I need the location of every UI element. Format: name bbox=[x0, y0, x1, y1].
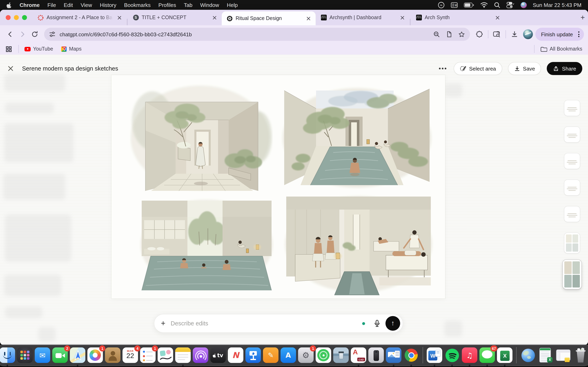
tab-close-icon[interactable] bbox=[211, 14, 218, 21]
dock-keynote-icon[interactable] bbox=[245, 347, 261, 363]
menu-edit[interactable]: Edit bbox=[64, 2, 73, 8]
reload-button[interactable] bbox=[29, 28, 41, 40]
dock-finder-icon[interactable] bbox=[0, 347, 16, 363]
tab-arch-synth[interactable]: ARCHSYNTHArch Synth bbox=[411, 10, 505, 25]
back-button[interactable] bbox=[4, 28, 16, 40]
dock-freeform-icon[interactable] bbox=[157, 347, 173, 363]
tab-ritual-space-design[interactable]: Ritual Space Design bbox=[222, 11, 316, 25]
dock-app-store-icon[interactable]: A bbox=[280, 347, 296, 363]
control-center-icon[interactable] bbox=[506, 2, 515, 8]
dock-pages-icon[interactable]: ✎ bbox=[263, 347, 279, 363]
bookmark-maps[interactable]: Maps bbox=[61, 46, 81, 52]
dock-image-document-app-icon[interactable] bbox=[385, 347, 402, 363]
url-text[interactable]: chatgpt.com/c/69c07c6d-f560-832b-bb03-c2… bbox=[60, 31, 428, 37]
menubar-clock[interactable]: Sun Mar 22 5:43 PM bbox=[533, 2, 581, 8]
more-options-icon[interactable] bbox=[438, 68, 448, 69]
thumbnail-1[interactable] bbox=[564, 100, 580, 116]
dock-reminders-icon[interactable]: 1 bbox=[140, 347, 156, 363]
dock-facetime-icon[interactable]: 2 bbox=[52, 347, 68, 363]
tab-close-icon[interactable] bbox=[116, 14, 122, 21]
dock-trash-icon[interactable] bbox=[572, 347, 588, 363]
dock-news-icon[interactable]: N bbox=[227, 347, 244, 363]
dock-messages-icon[interactable]: 67 bbox=[479, 347, 495, 363]
dock-photos-icon[interactable]: 1 bbox=[87, 347, 103, 363]
profile-avatar[interactable] bbox=[523, 29, 533, 39]
thumbnail-7[interactable] bbox=[563, 260, 581, 289]
dock-apple-tv-icon[interactable]: tv bbox=[210, 347, 226, 363]
thumbnail-4[interactable] bbox=[564, 180, 580, 195]
browser-menu-kebab-icon[interactable] bbox=[576, 31, 581, 37]
menu-tab[interactable]: Tab bbox=[184, 2, 192, 8]
dock-autocad-icon[interactable]: ACAD bbox=[350, 347, 367, 363]
address-bar[interactable]: chatgpt.com/c/69c07c6d-f560-832b-bb03-c2… bbox=[44, 28, 470, 41]
battery-icon[interactable] bbox=[464, 2, 474, 8]
send-button[interactable]: ↑ bbox=[385, 316, 400, 331]
menu-help[interactable]: Help bbox=[227, 2, 238, 8]
thumbnail-3[interactable] bbox=[564, 153, 580, 169]
dock-calendar-icon[interactable]: MAR224 bbox=[122, 347, 138, 363]
menu-history[interactable]: History bbox=[100, 2, 116, 8]
dock-notes-icon[interactable] bbox=[175, 347, 191, 363]
tab-close-icon[interactable] bbox=[305, 15, 311, 22]
dock-excel-document-window-icon[interactable]: X bbox=[537, 347, 554, 363]
menu-file[interactable]: File bbox=[47, 2, 56, 8]
minimize-window-button[interactable] bbox=[14, 15, 19, 20]
dock-media-preview-icon[interactable] bbox=[333, 347, 349, 363]
dock-word-icon[interactable]: W bbox=[426, 347, 443, 363]
extensions-icon[interactable] bbox=[473, 28, 485, 40]
thumbnail-5[interactable] bbox=[564, 206, 580, 222]
bookmark-youtube[interactable]: YouTube bbox=[25, 46, 53, 52]
dock-contacts-icon[interactable] bbox=[104, 347, 121, 363]
save-button[interactable]: Save bbox=[508, 62, 541, 75]
dock-excel-icon[interactable]: X bbox=[497, 347, 513, 363]
dock-iphone-mirroring-icon[interactable] bbox=[368, 347, 384, 363]
spotlight-icon[interactable] bbox=[494, 2, 500, 8]
menu-chrome[interactable]: Chrome bbox=[20, 2, 40, 8]
thumbnail-2[interactable] bbox=[564, 127, 580, 142]
tab-close-icon[interactable] bbox=[494, 14, 501, 21]
close-icon[interactable] bbox=[6, 64, 16, 73]
edit-composer[interactable]: + ↑ bbox=[154, 314, 403, 333]
zoom-page-icon[interactable] bbox=[433, 31, 440, 38]
select-area-button[interactable]: Select area bbox=[454, 62, 502, 75]
dock-mail-icon[interactable]: ✉ bbox=[34, 347, 51, 363]
tab-archsynth-dashboard[interactable]: ARCHSYNTHArchsynth | Dashboard bbox=[316, 10, 410, 25]
dock-network-globe-icon[interactable] bbox=[520, 347, 536, 363]
site-settings-icon[interactable] bbox=[49, 31, 56, 38]
tab-title-concept[interactable]: STITLE + CONCEPT bbox=[128, 10, 222, 25]
creative-cloud-icon[interactable]: ∞ bbox=[438, 1, 445, 8]
thumbnail-6[interactable] bbox=[564, 233, 580, 253]
dock-music-icon[interactable]: ♫ bbox=[461, 347, 478, 363]
dock-system-settings-icon[interactable]: ⚙1 bbox=[298, 347, 314, 363]
dock-find-my-icon[interactable] bbox=[315, 347, 332, 363]
menu-view[interactable]: View bbox=[81, 2, 92, 8]
finish-update-button[interactable]: Finish update bbox=[535, 28, 584, 41]
dock-maps-icon[interactable] bbox=[69, 347, 86, 363]
all-bookmarks-button[interactable]: All Bookmarks bbox=[540, 46, 582, 52]
apple-menu-icon[interactable] bbox=[7, 2, 12, 8]
describe-edits-input[interactable] bbox=[170, 320, 362, 327]
bookmark-star-icon[interactable] bbox=[458, 31, 465, 38]
close-window-button[interactable] bbox=[6, 15, 11, 20]
zoom-window-button[interactable] bbox=[22, 15, 27, 20]
apps-grid-icon[interactable] bbox=[6, 46, 12, 52]
dock-launchpad-icon[interactable] bbox=[17, 347, 33, 363]
forward-button[interactable] bbox=[16, 28, 29, 40]
dock-podcasts-icon[interactable] bbox=[192, 347, 209, 363]
reading-mode-icon[interactable] bbox=[446, 31, 452, 38]
input-source-icon[interactable]: ⌘ bbox=[451, 2, 458, 8]
siri-icon[interactable] bbox=[521, 2, 527, 8]
tab-search-icon[interactable] bbox=[491, 28, 503, 40]
dictate-icon[interactable] bbox=[372, 319, 382, 327]
dock-finder-window-icon[interactable] bbox=[555, 347, 571, 363]
menu-bookmarks[interactable]: Bookmarks bbox=[124, 2, 151, 8]
new-tab-button[interactable]: + bbox=[577, 12, 588, 23]
tab-assignment-2-a-place-to-ba[interactable]: Assignment 2 - A Place to Ba bbox=[33, 10, 127, 25]
dock-chrome-icon[interactable] bbox=[403, 347, 419, 363]
wifi-icon[interactable] bbox=[480, 2, 488, 8]
menu-window[interactable]: Window bbox=[200, 2, 219, 8]
menu-profiles[interactable]: Profiles bbox=[158, 2, 176, 8]
share-button[interactable]: Share bbox=[547, 62, 582, 75]
dock-spotify-icon[interactable] bbox=[444, 347, 460, 363]
tab-close-icon[interactable] bbox=[399, 14, 406, 21]
